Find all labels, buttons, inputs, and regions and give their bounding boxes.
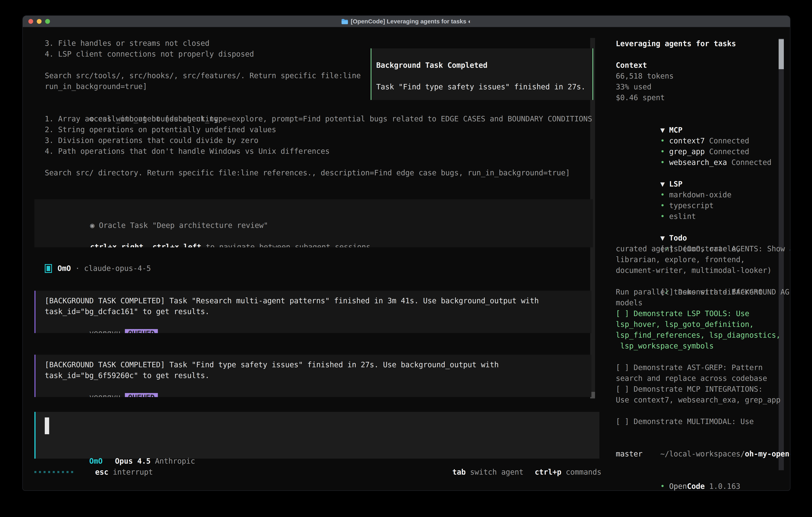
title-wrap: [OpenCode] Leveraging agents for tasks ◐ xyxy=(341,16,472,27)
bullet-icon: • xyxy=(660,147,665,156)
mcp-status: Connected xyxy=(709,147,749,156)
todo-line-active: lsp_find_references, lsp_diagnostics, xyxy=(616,330,784,341)
task-line: task_id="bg_6f59260c" to get results. xyxy=(45,370,591,381)
context-spent: $0.46 spent xyxy=(616,92,784,103)
toast-body: Task "Find type safety issues" finished … xyxy=(376,82,592,92)
tool-call-line: Search src/ directory. Return specific f… xyxy=(45,167,593,178)
opencode-version: 1.0.163 xyxy=(709,482,740,491)
todo-line: search and replace across codebase xyxy=(616,373,784,384)
prompt-input[interactable]: OmOOpus 4.5Anthropic xyxy=(34,412,600,459)
agent-model: claude-opus-4-5 xyxy=(84,263,151,274)
keybind-keys: ctrl+x right, ctrl+x left xyxy=(90,243,201,247)
desktop: [OpenCode] Leveraging agents for tasks ◐… xyxy=(0,0,812,517)
status-bar: esc interrupt tab switch agent ctrl+p co… xyxy=(34,467,601,478)
context-used: 33% used xyxy=(616,82,784,92)
todo-line: document-writer, multimodal-looker) xyxy=(616,265,784,276)
collapse-icon: ▼ xyxy=(660,234,665,242)
esc-action: interrupt xyxy=(113,468,153,477)
tool-call-line: 4. Path operations that don't handle Win… xyxy=(45,146,593,157)
bullet-icon: • xyxy=(660,191,665,199)
workspace-path: ~/local-workspaces/ xyxy=(660,450,745,458)
todo-line: Run parallel tasks with different xyxy=(616,287,784,298)
mcp-status: Connected xyxy=(731,158,772,167)
app-name-bold: Code xyxy=(687,482,705,491)
minimize-button[interactable] xyxy=(37,19,41,24)
model-label: Opus 4.5 xyxy=(115,457,151,465)
collapse-icon: ▼ xyxy=(660,126,665,134)
oracle-panel: ◉Oracle Task "Deep architecture review" … xyxy=(34,199,593,247)
window-title: [OpenCode] Leveraging agents for tasks ◐ xyxy=(351,18,472,25)
tool-call-line: 3. Division operations that could divide… xyxy=(45,135,593,146)
opencode-version-line: •OpenCode1.0.163 xyxy=(616,470,784,481)
task-line: [BACKGROUND TASK COMPLETED] Task "Resear… xyxy=(45,296,591,306)
cmd-action: commands xyxy=(566,468,601,477)
todo-line-active: [ ] Demonstrate LSP TOOLS: Use xyxy=(616,308,784,319)
queued-badge: QUEUED xyxy=(125,393,158,397)
scrollback-line: 3. File handles or streams not closed xyxy=(45,38,592,49)
bullet-icon: • xyxy=(660,201,665,210)
todo-line: Use context7, websearch_exa, grep_app xyxy=(616,394,784,405)
activity-dots-icon xyxy=(34,471,73,473)
workspace-repo: oh-my-opencode: xyxy=(745,450,790,458)
status-right: tab switch agent ctrl+p commands xyxy=(452,467,601,478)
bullet-icon: • xyxy=(660,212,665,221)
task-message: [BACKGROUND TASK COMPLETED] Task "Find t… xyxy=(34,355,591,397)
todo-line: librarian, explore, frontend, xyxy=(616,254,784,265)
todo-line: models xyxy=(616,298,784,308)
traffic-lights xyxy=(28,19,50,24)
tab-action: switch agent xyxy=(470,468,523,477)
queued-badge: QUEUED xyxy=(125,329,158,333)
agent-name: OmO xyxy=(58,263,71,274)
mcp-name: websearch_exa xyxy=(669,158,727,167)
folder-icon xyxy=(341,19,348,24)
todo-line-active: lsp_workspace_symbols xyxy=(616,341,784,351)
window-titlebar: [OpenCode] Leveraging agents for tasks ◐ xyxy=(23,16,790,27)
todo-line: [ ] Demonstrate AST-GREP: Pattern xyxy=(616,362,784,373)
context-tokens: 66,518 tokens xyxy=(616,71,784,82)
sidebar-content: Leveraging agents for tasks Context 66,5… xyxy=(616,38,784,481)
app-name: Open xyxy=(669,482,687,491)
opencode-window: [OpenCode] Leveraging agents for tasks ◐… xyxy=(22,16,790,491)
mcp-name: context7 xyxy=(669,137,705,145)
lsp-server: markdown-oxide xyxy=(669,191,731,199)
toast-spacer xyxy=(376,71,592,82)
toast-title: Background Task Completed xyxy=(376,60,592,71)
subagent-icon: ◉ xyxy=(90,221,94,230)
todo-line: [✓] Demonstrate BACKGROUND AGENTS: xyxy=(616,276,784,287)
task-user: yeongyu xyxy=(89,329,120,333)
bullet-icon: • xyxy=(660,158,665,167)
zoom-button[interactable] xyxy=(45,19,50,24)
bullet-icon: • xyxy=(660,482,665,491)
keybind-hint: to navigate between subagent sessions xyxy=(201,243,371,247)
dot-separator: · xyxy=(75,263,80,274)
tab-key: tab xyxy=(452,468,466,477)
mcp-section-header[interactable]: ▼MCP xyxy=(616,114,784,125)
oracle-title: Oracle Task "Deep architecture review" xyxy=(99,221,268,230)
input-cursor xyxy=(45,417,49,434)
close-button[interactable] xyxy=(28,19,33,24)
task-user: yeongyu xyxy=(89,393,120,397)
model-row: OmOOpus 4.5Anthropic xyxy=(45,445,195,456)
tool-call-line xyxy=(45,157,593,167)
agent-session-header: OmO · claude-opus-4-5 xyxy=(45,263,151,274)
todo-line-active: lsp_hover, lsp_goto_definition, xyxy=(616,319,784,330)
task-line: task_id="bg_dcfac161" to get results. xyxy=(45,306,591,317)
mcp-status: Connected xyxy=(709,137,749,145)
task-message: [BACKGROUND TASK COMPLETED] Task "Resear… xyxy=(34,291,591,333)
bullet-icon: • xyxy=(660,137,665,145)
agent-chip: OmO xyxy=(89,457,103,465)
context-heading: Context xyxy=(616,60,784,71)
cmd-key: ctrl+p xyxy=(535,468,561,477)
lsp-server: typescript xyxy=(669,201,714,210)
esc-key: esc xyxy=(95,468,109,477)
notification-toast: Background Task Completed Task "Find typ… xyxy=(371,48,593,100)
omo-agent-icon xyxy=(45,264,52,273)
collapse-icon: ▼ xyxy=(660,180,665,188)
mcp-name: grep_app xyxy=(669,147,705,156)
todo-line: [ ] Demonstrate MCP INTEGRATIONS: xyxy=(616,384,784,394)
tool-call: ⚙call_omo_agent [subagent_type=explore, … xyxy=(45,103,593,178)
workspace-path-line: ~/local-workspaces/oh-my-opencode: xyxy=(616,438,784,448)
status-left: esc interrupt xyxy=(34,467,153,478)
tool-call-line: 2. String operations on potentially unde… xyxy=(45,124,593,135)
todo-line: [ ] Demonstrate MULTIMODAL: Use xyxy=(616,416,784,427)
